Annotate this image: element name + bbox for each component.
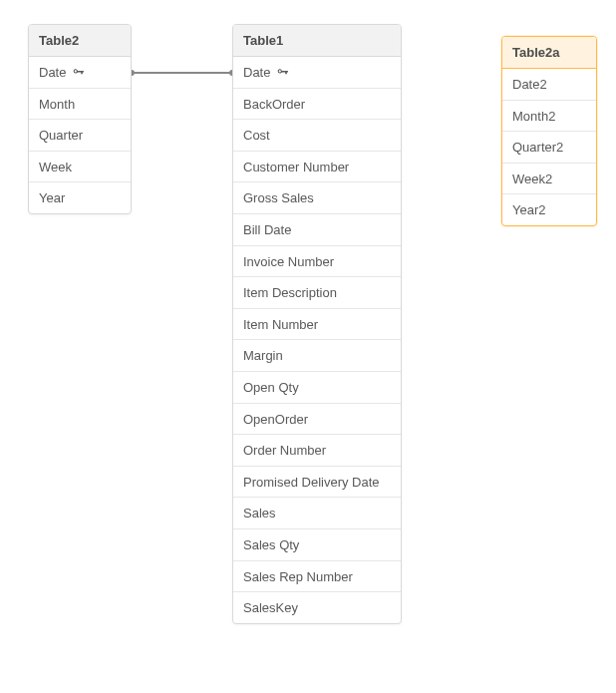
- field-label: OpenOrder: [243, 412, 308, 428]
- field-label: Cost: [243, 128, 270, 144]
- field-label: Item Description: [243, 285, 337, 301]
- field-label: Date2: [512, 77, 547, 93]
- field-row[interactable]: Quarter2: [502, 132, 596, 164]
- field-label: Order Number: [243, 443, 326, 459]
- table-title: Table2a: [512, 45, 559, 60]
- field-row[interactable]: Invoice Number: [233, 246, 401, 278]
- field-label: Quarter: [39, 128, 83, 144]
- table-table2[interactable]: Table2 DateMonthQuarterWeekYear: [28, 24, 132, 214]
- field-row[interactable]: Item Description: [233, 277, 401, 309]
- field-label: Sales Qty: [243, 537, 299, 553]
- field-list: DateMonthQuarterWeekYear: [29, 57, 131, 213]
- field-row[interactable]: Customer Number: [233, 152, 401, 183]
- field-label: Invoice Number: [243, 254, 334, 270]
- field-label: Week2: [512, 172, 552, 187]
- field-row[interactable]: Month2: [502, 101, 596, 133]
- key-icon: [72, 66, 85, 79]
- field-label: Sales Rep Number: [243, 569, 353, 585]
- table-header[interactable]: Table1: [233, 25, 401, 57]
- field-label: Date: [39, 65, 66, 81]
- field-label: Bill Date: [243, 222, 291, 238]
- field-row[interactable]: Sales Rep Number: [233, 561, 401, 593]
- field-label: Open Qty: [243, 380, 299, 396]
- field-label: Month2: [512, 109, 555, 125]
- field-row[interactable]: Year: [29, 182, 131, 213]
- field-row[interactable]: Date: [233, 57, 401, 89]
- field-label: Date: [243, 65, 270, 81]
- field-label: Customer Number: [243, 160, 349, 175]
- field-row[interactable]: Item Number: [233, 309, 401, 341]
- field-row[interactable]: Week: [29, 152, 131, 183]
- table-header[interactable]: Table2: [29, 25, 131, 57]
- field-row[interactable]: Open Qty: [233, 372, 401, 404]
- table-title: Table2: [39, 33, 79, 48]
- field-label: Quarter2: [512, 140, 563, 156]
- field-row[interactable]: Month: [29, 89, 131, 121]
- field-row[interactable]: Bill Date: [233, 214, 401, 246]
- field-row[interactable]: OpenOrder: [233, 404, 401, 436]
- field-row[interactable]: Gross Sales: [233, 182, 401, 214]
- field-label: Item Number: [243, 317, 318, 333]
- field-label: SalesKey: [243, 600, 298, 616]
- field-row[interactable]: Cost: [233, 120, 401, 152]
- field-label: BackOrder: [243, 97, 305, 113]
- field-list: DateBackOrderCostCustomer NumberGross Sa…: [233, 57, 401, 623]
- field-row[interactable]: Margin: [233, 340, 401, 372]
- field-label: Year2: [512, 202, 546, 218]
- field-row[interactable]: Date: [29, 57, 131, 89]
- table-header[interactable]: Table2a: [502, 37, 596, 69]
- field-row[interactable]: SalesKey: [233, 592, 401, 623]
- table-table2a[interactable]: Table2a Date2Month2Quarter2Week2Year2: [501, 36, 597, 226]
- key-icon: [276, 66, 289, 79]
- table-title: Table1: [243, 33, 283, 48]
- table-table1[interactable]: Table1 DateBackOrderCostCustomer NumberG…: [232, 24, 402, 624]
- field-label: Sales: [243, 506, 276, 521]
- field-row[interactable]: Date2: [502, 69, 596, 101]
- field-label: Gross Sales: [243, 190, 314, 206]
- field-row[interactable]: Week2: [502, 164, 596, 195]
- field-row[interactable]: Sales Qty: [233, 529, 401, 561]
- field-label: Week: [39, 160, 72, 175]
- field-label: Month: [39, 97, 75, 113]
- field-label: Promised Delivery Date: [243, 475, 380, 491]
- field-row[interactable]: Promised Delivery Date: [233, 467, 401, 499]
- field-row[interactable]: Year2: [502, 194, 596, 225]
- field-label: Year: [39, 190, 65, 206]
- field-row[interactable]: Order Number: [233, 435, 401, 467]
- field-row[interactable]: Sales: [233, 498, 401, 529]
- field-label: Margin: [243, 348, 283, 364]
- field-list: Date2Month2Quarter2Week2Year2: [502, 69, 596, 225]
- field-row[interactable]: BackOrder: [233, 89, 401, 121]
- field-row[interactable]: Quarter: [29, 120, 131, 152]
